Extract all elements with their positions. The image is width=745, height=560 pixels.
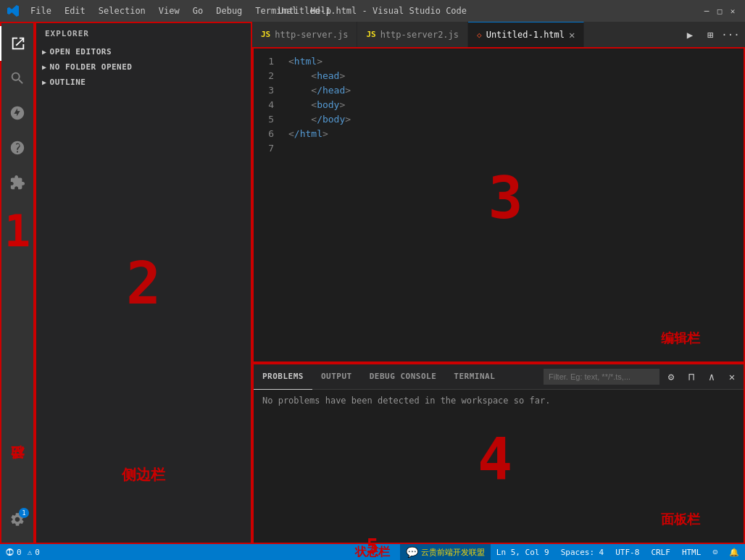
activity-extensions[interactable] (0, 165, 35, 200)
panel-label: 面板栏 (661, 511, 700, 528)
menu-edit[interactable]: Edit (59, 4, 91, 17)
code-line-2: <head> (283, 69, 729, 83)
window-controls: ─ □ ✕ (702, 6, 738, 16)
panel-tab-output[interactable]: OUTPUT (312, 364, 361, 390)
git-branch-icon: ⓵ (6, 548, 14, 557)
sidebar-title: EXPLORER (36, 23, 251, 44)
code-line-7: </html> (283, 127, 729, 141)
status-ln-col[interactable]: Ln 5, Col 9 (491, 544, 555, 560)
status-eol[interactable]: CRLF (645, 544, 676, 560)
run-button[interactable]: ▶ (681, 26, 699, 43)
status-bar-number: 5 (367, 535, 379, 559)
maximize-button[interactable]: □ (715, 6, 725, 16)
line-num-5: 5 (254, 112, 274, 127)
panel-maximize-button[interactable]: ∧ (703, 368, 720, 385)
js-icon-2: JS (366, 30, 375, 39)
editor-number: 3 (488, 164, 523, 232)
sidebar-number: 2 (126, 249, 161, 317)
tab-http-server-label: http-server.js (275, 30, 348, 40)
activity-debug[interactable] (0, 130, 35, 165)
line-num-3: 3 (254, 83, 274, 98)
editor-panel-split: JS http-server.js JS http-server2.js ◇ U… (252, 22, 745, 544)
wechat-text: 云贵前端开发联盟 (421, 547, 485, 558)
activity-git[interactable] (0, 96, 35, 130)
menu-selection[interactable]: Selection (93, 4, 151, 17)
close-button[interactable]: ✕ (728, 6, 738, 16)
window-title: Untitled-1.html - Visual Studio Code (278, 6, 467, 16)
code-line-6: </body> (283, 112, 729, 127)
sidebar-outline[interactable]: ▶ OUTLINE (36, 75, 251, 90)
title-bar: File Edit Selection View Go Debug Termin… (0, 0, 745, 22)
panel-message: No problems have been detected in the wo… (262, 396, 735, 406)
js-icon: JS (261, 30, 270, 39)
status-bar: ⓵ 0 ⚠ 0 状态栏 5 💬 云贵前端开发联盟 Ln 5, Col 9 Spa… (0, 544, 745, 560)
minimap (729, 49, 744, 362)
status-bell[interactable]: 🔔 (723, 544, 745, 560)
line-num-2: 2 (254, 69, 274, 83)
code-line-4: <body> (283, 98, 729, 112)
menu-go[interactable]: Go (187, 4, 209, 17)
settings-badge: 1 (19, 508, 29, 518)
panel-content: No problems have been detected in the wo… (254, 390, 744, 543)
filter-settings-icon[interactable]: ⚙ (662, 368, 680, 385)
status-git-branch[interactable]: ⓵ 0 ⚠ 0 (0, 544, 46, 560)
activity-explorer[interactable] (0, 26, 35, 61)
panel: PROBLEMS OUTPUT DEBUG CONSOLE TERMINAL ⚙… (252, 363, 745, 544)
menu-view[interactable]: View (153, 4, 186, 17)
html-icon: ◇ (477, 30, 482, 40)
tab-untitled[interactable]: ◇ Untitled-1.html ✕ (468, 22, 584, 47)
line-numbers: 1 2 3 4 5 6 7 (254, 49, 283, 362)
editor-label: 编辑栏 (661, 330, 700, 347)
status-smiley[interactable]: ☺ (707, 544, 723, 560)
sidebar-no-folder-label: NO FOLDER OPENED (50, 62, 133, 72)
tab-http-server2[interactable]: JS http-server2.js (357, 22, 468, 47)
split-editor-button[interactable]: ⊞ (702, 26, 719, 43)
activity-settings[interactable]: 1 (0, 502, 35, 537)
more-actions-button[interactable]: ··· (722, 26, 739, 43)
activity-bar-number: 1 (4, 206, 30, 256)
sidebar-label: 侧边栏 (122, 465, 165, 485)
activity-bar: 1 活动栏 1 (0, 22, 35, 544)
tab-actions: ▶ ⊞ ··· (681, 26, 745, 43)
tab-close-button[interactable]: ✕ (569, 29, 575, 41)
status-spaces[interactable]: Spaces: 4 (555, 544, 610, 560)
line-num-1: 1 (254, 54, 274, 69)
line-num-7: 7 (254, 141, 274, 156)
panel-tab-terminal[interactable]: TERMINAL (445, 364, 504, 390)
filter-input[interactable] (544, 369, 659, 385)
status-language[interactable]: HTML (676, 544, 707, 560)
panel-tab-debug-console[interactable]: DEBUG CONSOLE (361, 364, 446, 390)
minimize-button[interactable]: ─ (702, 6, 712, 16)
wechat-icon: 💬 (406, 546, 418, 558)
chevron-icon-2: ▶ (42, 63, 47, 71)
menu-debug[interactable]: Debug (210, 4, 248, 17)
sidebar-no-folder[interactable]: ▶ NO FOLDER OPENED (36, 59, 251, 75)
warning-count: 0 (35, 548, 40, 557)
code-line-3: </head> (283, 83, 729, 98)
git-errors: 0 (17, 548, 22, 557)
tab-untitled-label: Untitled-1.html (486, 30, 565, 40)
tab-http-server2-label: http-server2.js (380, 30, 459, 40)
panel-tabs: PROBLEMS OUTPUT DEBUG CONSOLE TERMINAL ⚙… (254, 364, 744, 390)
menu-file[interactable]: File (25, 4, 57, 17)
sidebar-outline-label: OUTLINE (50, 78, 86, 87)
sidebar: EXPLORER ▶ OPEN EDITORS ▶ NO FOLDER OPEN… (35, 22, 252, 544)
code-line-1: <html> (283, 54, 729, 69)
tab-http-server[interactable]: JS http-server.js (252, 22, 357, 47)
warning-icon: ⚠ (28, 548, 33, 557)
sidebar-open-editors[interactable]: ▶ OPEN EDITORS (36, 44, 251, 59)
activity-bottom: 1 (0, 502, 35, 543)
code-editor[interactable]: 1 2 3 4 5 6 7 <html> <head> </head> <bod… (252, 47, 745, 363)
activity-search[interactable] (0, 61, 35, 96)
chevron-icon-3: ▶ (42, 78, 47, 86)
sidebar-open-editors-label: OPEN EDITORS (50, 47, 112, 57)
panel-tab-problems[interactable]: PROBLEMS (254, 364, 312, 390)
panel-close-button[interactable]: ✕ (723, 368, 741, 385)
main-content: 1 活动栏 1 EXPLORER ▶ OPEN EDITORS ▶ NO FOL… (0, 22, 745, 544)
panel-number: 4 (478, 426, 512, 493)
status-encoding[interactable]: UTF-8 (609, 544, 645, 560)
panel-collapse-button[interactable]: ⊓ (683, 368, 700, 385)
line-num-4: 4 (254, 98, 274, 112)
status-bar-left: ⓵ 0 ⚠ 0 (0, 544, 46, 560)
chevron-icon: ▶ (42, 48, 47, 56)
